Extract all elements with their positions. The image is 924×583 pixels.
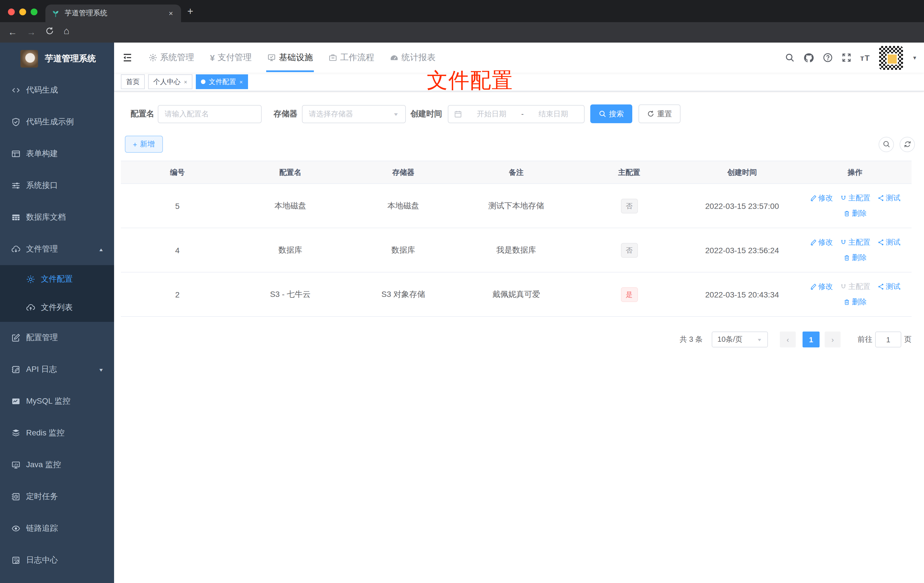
sidebar-item-log-center[interactable]: 日志中心	[0, 544, 114, 576]
reset-button[interactable]: 重置	[639, 104, 680, 123]
topnav-system-manage[interactable]: 系统管理	[149, 43, 194, 73]
share-nodes-icon	[877, 283, 884, 290]
sidebar-item-tracing[interactable]: 链路追踪	[0, 513, 114, 544]
table-row: 4 数据库 数据库 我是数据库 否 2022-03-15 23:56:24 修改…	[121, 228, 911, 272]
file-manage-submenu: 文件配置 文件列表	[0, 265, 114, 322]
close-window-button[interactable]	[8, 8, 15, 15]
cell-created: 2022-03-15 23:56:24	[686, 228, 799, 272]
browser-tab-title: 芋道管理系统	[65, 8, 166, 18]
sidebar-item-system-api[interactable]: 系统接口	[0, 170, 114, 201]
sidebar-item-file-config[interactable]: 文件配置	[0, 265, 114, 294]
browser-tab[interactable]: 芋道管理系统 ×	[45, 5, 181, 22]
sidebar-item-code-gen[interactable]: 代码生成	[0, 74, 114, 106]
date-end-placeholder[interactable]: 结束日期	[528, 109, 578, 119]
sidebar-item-file-list[interactable]: 文件列表	[0, 294, 114, 322]
current-page-button[interactable]: 1	[802, 332, 820, 347]
next-page-button[interactable]: ›	[825, 332, 841, 347]
show-search-toggle-button[interactable]	[879, 137, 894, 152]
window-controls[interactable]	[8, 8, 38, 15]
close-icon[interactable]: ×	[184, 79, 187, 85]
table-row: 5 本地磁盘 本地磁盘 测试下本地存储 否 2022-03-15 23:57:0…	[121, 183, 911, 228]
mysql-monitor-icon	[12, 397, 20, 406]
cell-storage: S3 对象存储	[347, 272, 460, 317]
test-action[interactable]: 测试	[877, 193, 901, 203]
github-icon[interactable]	[804, 53, 813, 63]
sidebar-item-mysql-monitor[interactable]: MySQL 监控	[0, 385, 114, 417]
edit-action[interactable]: 修改	[810, 282, 833, 292]
test-action[interactable]: 测试	[877, 237, 901, 248]
sidebar-collapse-icon[interactable]	[122, 52, 133, 63]
cell-name: 本地磁盘	[234, 183, 347, 228]
browser-toolbar: ← → ⌂ 127.0.0.1:1024/infra/file/file-con…	[0, 22, 924, 43]
page-size-select[interactable]: 10条/页 ▼	[712, 332, 768, 347]
topnav-infrastructure[interactable]: 基础设施	[267, 43, 313, 73]
database-doc-icon	[12, 213, 20, 222]
close-icon[interactable]: ×	[239, 79, 243, 85]
yen-icon: ¥	[210, 53, 215, 63]
col-name: 配置名	[234, 161, 347, 183]
name-filter-input[interactable]	[158, 105, 262, 123]
sidebar-item-code-demo[interactable]: 代码生成示例	[0, 106, 114, 138]
sidebar-item-api-log[interactable]: API 日志 ▼	[0, 353, 114, 385]
test-action[interactable]: 测试	[877, 282, 901, 292]
pagination: 共 3 条 10条/页 ▼ ‹ 1 › 前往 页	[121, 332, 911, 347]
goto-page-input[interactable]	[875, 332, 901, 347]
app-title: 芋道管理系统	[45, 53, 96, 64]
sidebar-item-db-doc[interactable]: 数据库文档	[0, 201, 114, 233]
add-button[interactable]: + 新增	[125, 135, 163, 153]
sidebar-item-form-builder[interactable]: 表单构建	[0, 138, 114, 170]
prev-page-button[interactable]: ‹	[780, 332, 796, 347]
new-tab-button[interactable]: +	[187, 6, 193, 17]
forward-icon[interactable]: →	[27, 27, 36, 38]
tag-home[interactable]: 首页	[121, 74, 145, 89]
cell-remark: 戴佩妮真可爱	[460, 272, 573, 317]
avatar[interactable]	[879, 46, 903, 69]
fullscreen-icon[interactable]	[842, 53, 851, 63]
col-id: 编号	[121, 161, 234, 183]
date-start-placeholder[interactable]: 开始日期	[467, 109, 517, 119]
sidebar-item-config-manage[interactable]: 配置管理	[0, 322, 114, 353]
set-primary-action[interactable]: 主配置	[840, 193, 870, 203]
col-actions: 操作	[799, 161, 911, 183]
caret-down-icon[interactable]: ▼	[912, 55, 917, 61]
help-icon[interactable]	[823, 53, 832, 63]
topnav-report[interactable]: 统计报表	[390, 43, 436, 73]
page-unit-label: 页	[904, 334, 911, 345]
home-icon[interactable]: ⌂	[64, 26, 69, 36]
fontsize-icon[interactable]: тT	[860, 53, 870, 62]
storage-filter-select[interactable]: 请选择存储器 ▼	[302, 105, 406, 123]
search-icon	[882, 140, 890, 148]
briefcase-icon	[329, 53, 337, 62]
delete-action[interactable]: 删除	[843, 297, 867, 307]
date-filter-label: 创建时间	[410, 109, 442, 119]
reload-icon[interactable]	[45, 27, 54, 35]
edit-action[interactable]: 修改	[810, 237, 833, 248]
edit-action[interactable]: 修改	[810, 193, 833, 203]
zoom-window-button[interactable]	[31, 8, 38, 15]
chevron-down-icon: ▼	[757, 337, 762, 342]
refresh-table-button[interactable]	[899, 137, 915, 152]
delete-action[interactable]: 删除	[843, 253, 867, 263]
sidebar-item-file-manage[interactable]: 文件管理 ▲	[0, 233, 114, 265]
minimize-window-button[interactable]	[19, 8, 26, 15]
tag-file-config[interactable]: 文件配置 ×	[196, 74, 248, 89]
sidebar-item-redis-monitor[interactable]: Redis 监控	[0, 417, 114, 449]
search-icon[interactable]	[785, 53, 794, 63]
topnav-workflow[interactable]: 工作流程	[329, 43, 374, 73]
date-range-picker[interactable]: 开始日期 - 结束日期	[448, 105, 584, 123]
tag-profile[interactable]: 个人中心 ×	[148, 74, 192, 89]
back-icon[interactable]: ←	[8, 27, 17, 38]
goto-label: 前往	[858, 334, 872, 345]
sidebar-item-java-monitor[interactable]: Java 监控	[0, 449, 114, 481]
cell-created: 2022-03-15 23:57:00	[686, 183, 799, 228]
delete-action[interactable]: 删除	[843, 208, 867, 218]
search-button[interactable]: 搜索	[590, 104, 632, 123]
magnet-icon	[840, 239, 846, 246]
tab-close-icon[interactable]: ×	[166, 9, 175, 18]
set-primary-action[interactable]: 主配置	[840, 237, 870, 248]
cell-name: 数据库	[234, 228, 347, 272]
sidebar-logo[interactable]: 芋道管理系统	[0, 43, 114, 74]
top-navbar: 系统管理 ¥ 支付管理 基础设施 工作流程 统计报表	[114, 43, 924, 73]
topnav-pay-manage[interactable]: ¥ 支付管理	[210, 43, 252, 73]
sidebar-item-scheduled-jobs[interactable]: 定时任务	[0, 481, 114, 513]
